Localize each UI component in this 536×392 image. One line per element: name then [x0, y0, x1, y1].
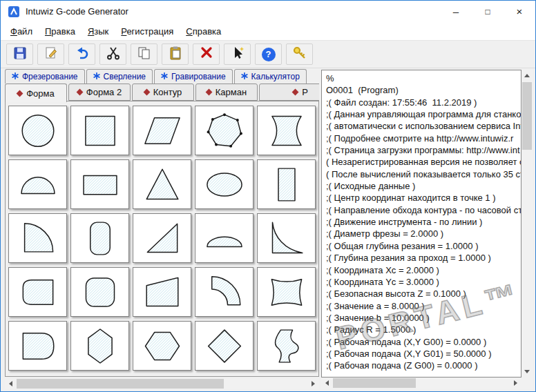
tab-calculator[interactable]: Калькулятор [234, 69, 307, 84]
pointer-icon [230, 46, 245, 63]
copy-button[interactable] [131, 43, 157, 65]
tab-contour[interactable]: Контур [132, 84, 194, 101]
ellipse-icon [203, 165, 246, 204]
save-button[interactable] [6, 43, 33, 65]
tab-p[interactable]: Р [259, 84, 319, 101]
edit-button[interactable] [37, 43, 64, 65]
polygon-icon [203, 111, 246, 150]
shape-circle-button[interactable] [8, 106, 67, 155]
horizontal-scroll-thumb[interactable] [333, 378, 416, 388]
gcode-line: ;( Страница загрузки программы: http://w… [326, 144, 521, 156]
scroll-right-icon[interactable] [308, 378, 319, 389]
shape-square-button[interactable] [70, 106, 129, 155]
title-bar: Intuwiz G-code Generator – □ × [1, 1, 535, 22]
right-triangle-icon [141, 219, 184, 258]
menu-item-registration[interactable]: Регистрация [115, 23, 180, 39]
vertical-scroll-thumb[interactable] [522, 82, 532, 150]
shape-ellipse-button[interactable] [195, 159, 253, 209]
spool-icon [265, 111, 308, 150]
shape-parallelogram-button[interactable] [133, 106, 191, 155]
shape-rounded-square-button[interactable] [70, 267, 129, 317]
menu-item-file[interactable]: Файл [4, 23, 39, 39]
shape-concave-curve-button[interactable] [257, 213, 316, 263]
d-shape-icon [17, 326, 59, 366]
horizontal-scroll-thumb[interactable] [17, 379, 224, 389]
gcode-line: ( Незарегистрированная версия не позволя… [326, 156, 521, 168]
shape-rectangle-button[interactable] [70, 159, 129, 209]
shape-right-triangle-button[interactable] [133, 213, 191, 263]
tab-label: Карман [216, 87, 247, 97]
shape-rounded-rect-tall-button[interactable] [70, 213, 129, 263]
shape-spool-button[interactable] [257, 106, 316, 155]
menu-item-help[interactable]: Справка [180, 23, 227, 39]
asterisk-icon [12, 72, 19, 81]
shape-triangle-button[interactable] [133, 159, 191, 209]
diamond-icon [17, 90, 23, 97]
gcode-line: % [326, 72, 521, 84]
shape-d-shape-button[interactable] [8, 321, 67, 371]
toolbar: ? [1, 40, 535, 68]
cut-icon [106, 46, 121, 63]
cut-button[interactable] [99, 43, 126, 65]
shape-sloped-quad-button[interactable] [133, 267, 191, 317]
gcode-line: ;( Движение инструмента - по линии ) [326, 216, 521, 228]
scroll-left-icon[interactable] [321, 378, 332, 389]
gcode-vertical-scrollbar[interactable] [521, 70, 533, 378]
close-button[interactable]: × [504, 1, 535, 22]
edit-icon [44, 46, 59, 63]
diamond-icon [292, 89, 299, 96]
tab-shape[interactable]: Форма [5, 84, 67, 102]
shape-semicircle-button[interactable] [8, 159, 67, 209]
minimize-button[interactable]: – [440, 1, 472, 22]
gcode-line: ;( Глубина резания за проход = 1.0000 ) [326, 252, 521, 264]
pointer-button[interactable] [224, 43, 251, 65]
tab-milling[interactable]: Фрезерование [5, 69, 85, 84]
shape-quarter-ring-button[interactable] [195, 267, 253, 317]
maximize-button[interactable]: □ [472, 1, 504, 22]
asterisk-icon [93, 72, 100, 81]
key-button[interactable] [286, 43, 313, 65]
menu-item-edit[interactable]: Правка [39, 23, 82, 39]
scrollbar-corner [521, 378, 533, 389]
tab-shape2[interactable]: Форма 2 [68, 84, 131, 101]
gcode-line: ;( Рабочая подача (X,Y G01) = 50.0000 ) [326, 348, 521, 360]
copy-icon [137, 46, 152, 63]
shape-hexagon-tall-button[interactable] [70, 321, 129, 371]
shape-rhombus-button[interactable] [195, 321, 253, 371]
menu-item-language[interactable]: Язык [82, 23, 115, 39]
shapes-horizontal-scrollbar[interactable] [5, 378, 319, 389]
concave-cushion-icon [265, 273, 308, 312]
scroll-left-icon[interactable] [5, 378, 16, 389]
gcode-line: ;( Рабочая подача (X,Y G00) = 0.0000 ) [326, 336, 521, 348]
tab-drilling[interactable]: Сверление [86, 69, 153, 84]
shape-polygon-button[interactable] [195, 106, 253, 155]
rounded-left-rect-icon [17, 273, 59, 312]
shape-concave-cushion-button[interactable] [257, 267, 316, 317]
sloped-quad-icon [141, 273, 184, 312]
app-window: Intuwiz G-code Generator – □ × ФайлПравк… [0, 0, 536, 392]
shape-spline-button[interactable] [257, 321, 316, 371]
shape-rounded-left-rect-button[interactable] [8, 267, 67, 317]
delete-button[interactable] [193, 43, 220, 65]
scroll-right-icon[interactable] [510, 378, 521, 389]
undo-button[interactable] [68, 43, 95, 65]
tab-pocket[interactable]: Карман [195, 84, 258, 101]
gcode-line: ;( Диаметр фрезы = 2.0000 ) [326, 228, 521, 239]
scroll-down-icon[interactable] [521, 366, 533, 378]
tab-engraving[interactable]: Гравирование [154, 69, 233, 84]
rounded-rect-tall-icon [79, 219, 122, 258]
scroll-up-icon[interactable] [521, 70, 533, 81]
gcode-output[interactable]: %O0001 (Program);( Файл создан: 17:55:46… [321, 70, 521, 378]
gcode-line: ;( Файл создан: 17:55:46 11.2.2019 ) [326, 97, 521, 108]
help-button[interactable]: ? [255, 43, 282, 65]
shape-hexagon-button[interactable] [133, 321, 191, 371]
shape-quarter-circle-button[interactable] [8, 213, 67, 263]
shape-rectangle-tall-button[interactable] [257, 159, 316, 209]
paste-button[interactable] [162, 43, 189, 65]
gcode-line: ;( Значение a = 8.0000 ) [326, 300, 521, 312]
shape-tab-row: ФормаФорма 2КонтурКарманР [5, 84, 319, 102]
menu-bar: ФайлПравкаЯзыкРегистрацияСправка [1, 22, 535, 40]
gcode-line: ;( Координата Yc = 3.0000 ) [326, 276, 521, 288]
gcode-horizontal-scrollbar[interactable] [321, 378, 521, 389]
shape-half-ellipse-button[interactable] [195, 213, 253, 263]
